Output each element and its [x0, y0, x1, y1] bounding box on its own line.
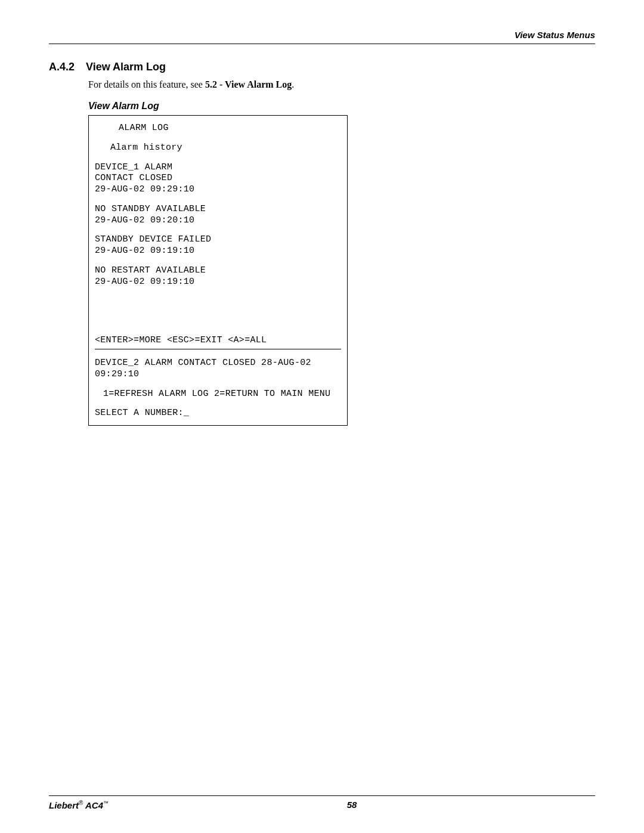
- select-prompt: SELECT A NUMBER:_: [95, 408, 341, 419]
- desc-suffix: .: [292, 79, 294, 89]
- figure-title: View Alarm Log: [88, 101, 595, 112]
- brand-name: Liebert: [49, 800, 79, 810]
- trademark-mark: ™: [103, 800, 109, 806]
- alarm-line: NO STANDBY AVAILABLE: [95, 204, 341, 215]
- page-number: 58: [49, 800, 595, 810]
- alarm-line: DEVICE_1 ALARM: [95, 162, 341, 174]
- section-description: For details on this feature, see 5.2 - V…: [88, 79, 595, 90]
- alarm-line: STANDBY DEVICE FAILED: [95, 234, 341, 246]
- nav-hint: <ENTER>=MORE <ESC>=EXIT <A>=ALL: [95, 335, 341, 349]
- alarm-entry: NO STANDBY AVAILABLE 29-AUG-02 09:20:10: [95, 204, 341, 227]
- alarm-line: NO RESTART AVAILABLE: [95, 265, 341, 277]
- alarm-line: 29-AUG-02 09:20:10: [95, 215, 341, 227]
- menu-option: 1=REFRESH ALARM LOG: [103, 389, 209, 399]
- alarm-line: 29-AUG-02 09:29:10: [95, 184, 341, 196]
- alarm-entry: DEVICE_1 ALARM CONTACT CLOSED 29-AUG-02 …: [95, 162, 341, 196]
- alarm-entry: STANDBY DEVICE FAILED 29-AUG-02 09:19:10: [95, 234, 341, 257]
- header-breadcrumb: View Status Menus: [49, 30, 595, 44]
- alarm-line: 29-AUG-02 09:19:10: [95, 246, 341, 257]
- alarm-line: CONTACT CLOSED: [178, 358, 256, 368]
- footer-brand: Liebert® AC4™: [49, 800, 109, 810]
- terminal-subtitle: Alarm history: [110, 143, 341, 154]
- terminal-title: ALARM LOG: [119, 123, 341, 134]
- alarm-line: CONTACT CLOSED: [95, 173, 341, 184]
- menu-options: 1=REFRESH ALARM LOG 2=RETURN TO MAIN MEN…: [103, 389, 341, 400]
- alarm-entry: DEVICE_2 ALARM CONTACT CLOSED 28-AUG-02 …: [95, 358, 341, 380]
- section-heading: A.4.2View Alarm Log: [49, 61, 595, 73]
- desc-prefix: For details on this feature, see: [88, 79, 205, 89]
- alarm-entry: NO RESTART AVAILABLE 29-AUG-02 09:19:10: [95, 265, 341, 288]
- alarm-line: DEVICE_2 ALARM: [95, 358, 172, 368]
- terminal-screen: ALARM LOG Alarm history DEVICE_1 ALARM C…: [88, 115, 348, 426]
- alarm-line: 29-AUG-02 09:19:10: [95, 277, 341, 288]
- section-number: A.4.2: [49, 61, 86, 73]
- product-name: AC4: [83, 800, 103, 810]
- menu-option: 2=RETURN TO MAIN MENU: [214, 389, 330, 399]
- section-title: View Alarm Log: [86, 61, 166, 73]
- desc-reference: 5.2 - View Alarm Log: [205, 79, 292, 89]
- page-footer: Liebert® AC4™ 58: [49, 795, 595, 810]
